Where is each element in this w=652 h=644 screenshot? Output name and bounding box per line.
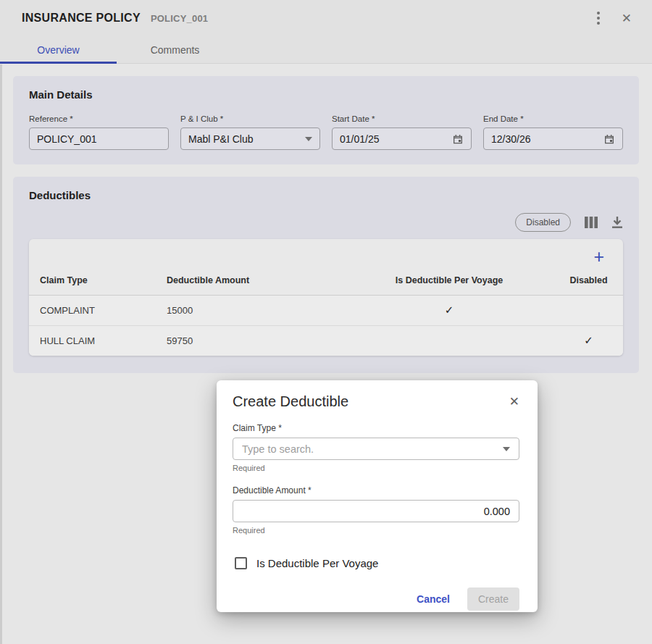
kebab-menu-icon[interactable] xyxy=(594,9,603,28)
dialog-title: Create Deductible xyxy=(233,393,348,410)
calendar-icon[interactable] xyxy=(603,133,615,145)
is-deductible-per-voyage-label: Is Deductible Per Voyage xyxy=(256,557,378,569)
col-header-disabled[interactable]: Disabled xyxy=(554,265,623,296)
start-date-label: Start Date * xyxy=(332,114,472,123)
chevron-down-icon[interactable] xyxy=(503,447,510,451)
end-date-field-group: End Date * xyxy=(483,114,623,150)
end-date-input[interactable] xyxy=(491,133,603,145)
cell-is-deductible-per-voyage xyxy=(344,326,554,356)
close-icon[interactable]: ✕ xyxy=(622,12,632,25)
cell-claim-type: HULL CLAIM xyxy=(29,326,156,356)
calendar-icon[interactable] xyxy=(452,133,464,145)
deductibles-table-body: COMPLAINT15000✓HULL CLAIM59750✓ xyxy=(29,296,623,356)
deductibles-panel: Deductibles Disabled + Claim Type xyxy=(13,177,639,373)
pi-club-field-group: P & I Club * Mabl P&I Club xyxy=(180,114,320,150)
pi-club-select[interactable]: Mabl P&I Club xyxy=(180,127,320,150)
tab-comments-label: Comments xyxy=(151,44,200,56)
deductibles-title: Deductibles xyxy=(29,189,623,201)
col-header-is-deductible-per-voyage[interactable]: Is Deductible Per Voyage xyxy=(344,265,554,296)
dialog-close-icon[interactable]: ✕ xyxy=(509,396,519,408)
cell-disabled xyxy=(554,296,623,326)
chevron-down-icon xyxy=(305,137,312,141)
tab-comments[interactable]: Comments xyxy=(117,36,233,63)
deductible-amount-required-hint: Required xyxy=(233,526,519,535)
cell-disabled: ✓ xyxy=(554,326,623,356)
tab-bar: Overview Comments xyxy=(0,36,652,64)
deductible-amount-input[interactable] xyxy=(242,506,510,517)
col-header-deductible-amount[interactable]: Deductible Amount xyxy=(156,265,344,296)
claim-type-label: Claim Type * xyxy=(233,423,519,433)
main-details-panel: Main Details Reference * P & I Club * Ma… xyxy=(13,76,639,164)
main-details-title: Main Details xyxy=(29,88,623,101)
policy-reference-subtitle: POLICY_001 xyxy=(151,13,208,24)
cell-is-deductible-per-voyage: ✓ xyxy=(344,296,554,326)
add-deductible-button[interactable]: + xyxy=(593,249,604,264)
pi-club-value: Mabl P&I Club xyxy=(188,133,253,145)
dialog-header: INSURANCE POLICY POLICY_001 ✕ xyxy=(0,0,652,36)
tab-overview[interactable]: Overview xyxy=(0,36,117,63)
download-icon[interactable] xyxy=(611,217,623,229)
columns-icon[interactable] xyxy=(585,217,598,228)
disabled-filter-chip[interactable]: Disabled xyxy=(515,213,571,232)
left-edge-strip xyxy=(0,64,2,644)
cancel-button[interactable]: Cancel xyxy=(417,593,450,605)
start-date-field-group: Start Date * xyxy=(332,114,472,150)
table-row[interactable]: HULL CLAIM59750✓ xyxy=(29,326,623,356)
end-date-label: End Date * xyxy=(483,114,623,123)
start-date-input[interactable] xyxy=(340,133,452,145)
table-row[interactable]: COMPLAINT15000✓ xyxy=(29,296,623,326)
pi-club-label: P & I Club * xyxy=(180,114,320,123)
reference-label: Reference * xyxy=(29,114,169,123)
claim-type-combobox[interactable] xyxy=(233,438,519,460)
create-button[interactable]: Create xyxy=(467,587,519,611)
reference-input[interactable] xyxy=(37,133,161,145)
cell-deductible-amount: 59750 xyxy=(156,326,344,356)
deductibles-toolbar: Disabled xyxy=(29,213,623,232)
deductibles-table-card: + Claim Type Deductible Amount Is Deduct… xyxy=(29,239,623,356)
create-deductible-dialog: Create Deductible ✕ Claim Type * Require… xyxy=(217,380,538,612)
reference-field-group: Reference * xyxy=(29,114,169,150)
col-header-claim-type[interactable]: Claim Type xyxy=(29,265,156,296)
cell-claim-type: COMPLAINT xyxy=(29,296,156,326)
deductibles-table: Claim Type Deductible Amount Is Deductib… xyxy=(29,265,623,356)
claim-type-required-hint: Required xyxy=(233,464,519,472)
tab-overview-label: Overview xyxy=(37,44,79,56)
deductible-amount-label: Deductible Amount * xyxy=(233,485,519,495)
cell-deductible-amount: 15000 xyxy=(156,296,344,326)
claim-type-input[interactable] xyxy=(242,443,503,455)
page-title: INSURANCE POLICY xyxy=(22,12,141,25)
is-deductible-per-voyage-checkbox[interactable] xyxy=(235,557,247,569)
